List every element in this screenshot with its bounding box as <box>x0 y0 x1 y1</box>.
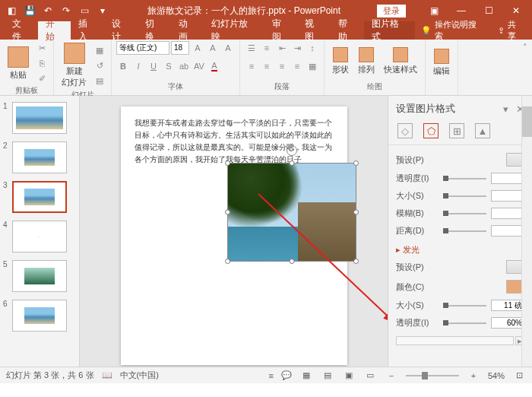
effects-tab-icon[interactable]: ⬠ <box>423 123 439 138</box>
picture-tab-icon[interactable]: ▲ <box>475 123 490 138</box>
tell-me-search[interactable]: 💡操作说明搜索 <box>415 21 490 40</box>
thumbnail-4[interactable]: 4··· <box>0 219 79 259</box>
italic-icon[interactable]: I <box>131 59 145 73</box>
format-painter-icon[interactable]: ✐ <box>35 71 49 85</box>
section-icon[interactable]: ▤ <box>93 74 106 87</box>
start-from-beginning-icon[interactable]: ▭ <box>76 2 93 19</box>
tab-slideshow[interactable]: 幻灯片放映 <box>204 21 264 40</box>
tab-picture-format[interactable]: 图片格式 <box>364 21 415 40</box>
justify-icon[interactable]: ≡ <box>290 59 304 73</box>
reading-view-icon[interactable]: ▣ <box>342 370 356 382</box>
cut-icon[interactable]: ✂ <box>35 41 49 55</box>
slide-thumbnails[interactable]: 1 2 3 4··· 5 6 <box>0 96 80 367</box>
blur-slider[interactable] <box>443 213 486 214</box>
ribbon-options-icon[interactable]: ▣ <box>421 2 447 19</box>
thumbnail-3[interactable]: 3 <box>0 179 79 219</box>
glow-size-input[interactable] <box>491 300 524 311</box>
indent-dec-icon[interactable]: ⇤ <box>275 41 289 55</box>
selected-picture[interactable]: ⟳ <box>227 163 356 262</box>
tab-help[interactable]: 帮助 <box>331 21 364 40</box>
autosave-icon[interactable]: ◧ <box>3 2 20 19</box>
qat-customize-icon[interactable]: ▾ <box>94 2 111 19</box>
glow-size-slider[interactable] <box>443 305 486 306</box>
strike-icon[interactable]: S <box>162 59 176 73</box>
distance-input[interactable] <box>491 225 524 237</box>
line-spacing-icon[interactable]: ↕ <box>306 41 319 55</box>
slide-canvas[interactable]: 我想要开车或者走路去穿过每一个平淡的日子，只需要一个目标，心中只有诗和远方。生活… <box>121 106 347 365</box>
tab-home[interactable]: 开始 <box>38 21 71 40</box>
vertical-scrollbar[interactable] <box>521 96 532 367</box>
close-icon[interactable]: ✕ <box>503 2 529 19</box>
quick-styles-button[interactable]: 快速样式 <box>381 46 420 77</box>
collapse-ribbon-icon[interactable]: ˄ <box>518 40 532 95</box>
clear-format-icon[interactable]: A <box>221 41 235 55</box>
bullets-icon[interactable]: ☰ <box>245 41 258 55</box>
bold-icon[interactable]: B <box>116 59 130 73</box>
tab-animations[interactable]: 动画 <box>171 21 204 40</box>
size-tab-icon[interactable]: ⊞ <box>449 123 464 138</box>
underline-icon[interactable]: U <box>147 59 160 73</box>
glow-trans-input[interactable] <box>491 317 524 329</box>
font-family-select[interactable]: 等线 (正文) <box>116 41 169 55</box>
align-center-icon[interactable]: ≡ <box>260 59 274 73</box>
reset-icon[interactable]: ↺ <box>93 59 106 72</box>
transparency-input[interactable] <box>491 173 524 184</box>
shadow-icon[interactable]: ab <box>177 59 191 73</box>
tab-design[interactable]: 设计 <box>104 21 138 40</box>
tab-view[interactable]: 视图 <box>297 21 331 40</box>
spacing-icon[interactable]: AV <box>192 59 206 73</box>
new-slide-button[interactable]: 新建 幻灯片 <box>59 41 90 90</box>
normal-view-icon[interactable]: ▦ <box>299 370 313 382</box>
fit-to-window-icon[interactable]: ⊡ <box>512 370 526 382</box>
columns-icon[interactable]: ▦ <box>306 59 319 73</box>
thumbnail-5[interactable]: 5 <box>0 259 79 298</box>
minimize-icon[interactable]: — <box>448 2 474 19</box>
spell-check-icon[interactable]: 📖 <box>102 370 112 380</box>
numbering-icon[interactable]: ≡ <box>260 41 274 55</box>
tab-review[interactable]: 审阅 <box>264 21 298 40</box>
glow-trans-slider[interactable] <box>443 322 486 324</box>
tab-insert[interactable]: 插入 <box>71 21 104 40</box>
save-icon[interactable]: 💾 <box>21 2 38 19</box>
body-text[interactable]: 我想要开车或者走路去穿过每一个平淡的日子，只需要一个目标，心中只有诗和远方。生活… <box>135 117 334 166</box>
pane-dropdown-icon[interactable]: ▾ <box>503 103 508 115</box>
thumbnail-6[interactable]: 6 <box>0 298 79 338</box>
editing-button[interactable]: 编辑 <box>430 47 453 78</box>
comments-icon[interactable]: 💬 <box>281 370 292 380</box>
share-button[interactable]: ⇪共享 <box>490 21 532 40</box>
tab-transitions[interactable]: 切换 <box>138 21 171 40</box>
language-label[interactable]: 中文(中国) <box>120 370 159 381</box>
slideshow-view-icon[interactable]: ▭ <box>363 370 377 382</box>
undo-icon[interactable]: ↶ <box>40 2 56 19</box>
pane-body[interactable]: 预设(P) 透明度(I) 大小(S) 模糊(B) 距离(D) ▸ 发光 预设(P… <box>388 145 532 367</box>
copy-icon[interactable]: ⎘ <box>35 56 49 70</box>
shapes-button[interactable]: 形状 <box>329 46 352 77</box>
font-color-icon[interactable]: A <box>207 59 221 73</box>
layout-icon[interactable]: ▦ <box>93 43 106 57</box>
zoom-slider[interactable] <box>406 375 459 376</box>
notes-icon[interactable]: ≡ <box>269 371 274 380</box>
slide-editor[interactable]: 我想要开车或者走路去穿过每一个平淡的日子，只需要一个目标，心中只有诗和远方。生活… <box>80 96 388 367</box>
decrease-font-icon[interactable]: A <box>206 41 220 55</box>
increase-font-icon[interactable]: A <box>191 41 204 55</box>
tab-file[interactable]: 文件 <box>5 21 38 40</box>
maximize-icon[interactable]: ☐ <box>476 2 502 19</box>
thumbnail-2[interactable]: 2 <box>0 140 79 179</box>
redo-icon[interactable]: ↷ <box>58 2 74 19</box>
blur-input[interactable] <box>491 208 524 219</box>
zoom-in-icon[interactable]: + <box>467 370 480 382</box>
fill-line-tab-icon[interactable]: ◇ <box>397 123 413 138</box>
distance-slider[interactable] <box>443 230 486 232</box>
login-button[interactable]: 登录 <box>377 5 406 17</box>
arrange-button[interactable]: 排列 <box>355 46 378 77</box>
transparency-slider[interactable] <box>443 178 486 179</box>
pane-hscroll[interactable] <box>396 336 514 345</box>
font-size-select[interactable]: 18 <box>171 41 189 55</box>
size-input[interactable] <box>491 190 524 202</box>
indent-inc-icon[interactable]: ⇥ <box>290 41 304 55</box>
glow-section[interactable]: ▸ 发光 <box>396 240 524 257</box>
paste-button[interactable]: 粘贴 <box>5 45 32 82</box>
sorter-view-icon[interactable]: ▤ <box>321 370 334 382</box>
align-left-icon[interactable]: ≡ <box>245 59 258 73</box>
size-slider[interactable] <box>443 195 486 197</box>
